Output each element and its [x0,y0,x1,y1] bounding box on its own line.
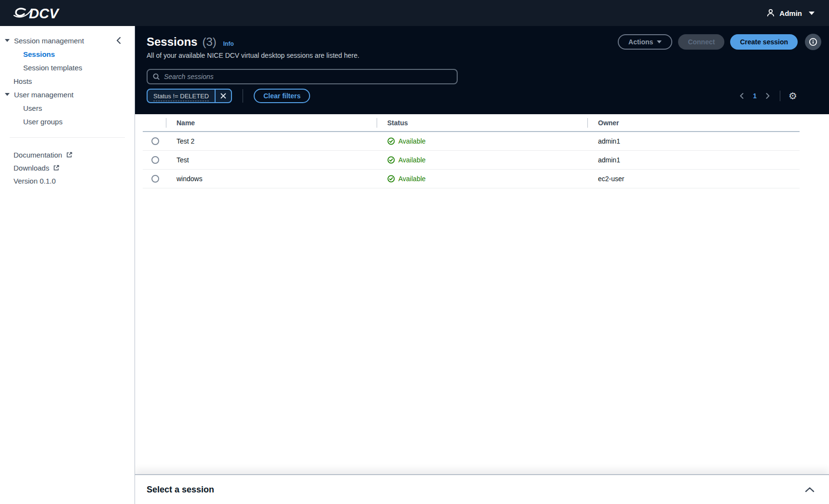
session-owner: admin1 [587,137,800,145]
actions-button[interactable]: Actions [618,34,672,50]
table-header-row: Name Status Owner [143,114,800,132]
filter-chip[interactable]: Status != DELETED [147,89,232,103]
link-label: Downloads [14,164,49,172]
external-link-icon [53,165,59,171]
session-owner: admin1 [587,156,800,164]
table-settings-button[interactable]: ⚙ [788,90,798,102]
expand-panel-button[interactable] [803,485,816,494]
session-count: (3) [202,35,216,49]
external-link-icon [66,152,72,158]
sidebar-collapse-button[interactable] [114,36,123,45]
previous-page-button[interactable] [737,91,747,101]
row-radio-button[interactable] [151,137,159,145]
downloads-link[interactable]: Downloads [0,161,135,174]
version-label: Version 0.1.0 [0,174,135,187]
create-session-button[interactable]: Create session [730,34,798,50]
row-radio-button[interactable] [151,175,159,183]
next-page-button[interactable] [763,91,773,101]
search-icon [152,73,160,80]
sessions-table: Name Status Owner Test 2 Available [135,114,829,474]
clear-filters-button[interactable]: Clear filters [254,89,310,103]
sidebar-item-label: Hosts [14,77,32,85]
filter-chip-label: Status != DELETED [148,93,215,100]
pagination-divider [780,91,780,101]
session-name: Test 2 [166,137,377,145]
sidebar: Session management Sessions Session temp… [0,26,135,504]
pagination: 1 ⚙ [737,90,798,102]
search-box[interactable] [147,69,458,84]
split-panel-title: Select a session [147,485,214,495]
actions-button-label: Actions [628,38,653,46]
page-title: Sessions [147,35,197,49]
logo-text: DCV [29,6,60,21]
sidebar-item-users[interactable]: Users [0,101,135,115]
table-row[interactable]: windows Available ec2-user [143,170,800,188]
connect-button[interactable]: Connect [678,34,724,50]
remove-filter-button[interactable] [215,90,231,102]
check-circle-icon [387,137,395,145]
dcv-console: DCV Admin Session managem [0,0,829,504]
sidebar-item-label: Sessions [23,50,55,58]
link-label: Documentation [14,151,62,159]
status-badge: Available [387,175,587,183]
info-panel-button[interactable] [805,34,821,50]
dcv-logo-icon: DCV [14,3,68,23]
caret-down-icon [657,40,662,43]
status-badge: Available [387,156,587,164]
search-input[interactable] [164,73,452,80]
chevron-up-icon [805,487,815,492]
triangle-down-icon [5,93,10,96]
row-radio-button[interactable] [151,156,159,164]
gear-icon: ⚙ [788,90,797,102]
column-header-owner[interactable]: Owner [587,119,800,127]
status-label: Available [398,137,426,145]
chevron-left-icon [739,93,745,99]
status-label: Available [398,175,426,183]
triangle-down-icon [5,39,10,42]
split-panel: Select a session [135,474,829,504]
toolbar-divider [243,89,243,103]
dcv-logo: DCV [14,3,68,23]
column-header-name[interactable]: Name [166,119,377,127]
page-subtitle: All of your available NICE DCV virtual d… [147,52,821,59]
sidebar-item-user-management[interactable]: User management [0,88,135,101]
topbar: DCV Admin [0,0,829,26]
page-number[interactable]: 1 [750,92,759,100]
sidebar-item-label: Users [23,104,42,112]
documentation-link[interactable]: Documentation [0,148,135,161]
close-icon [220,93,227,99]
sidebar-item-user-groups[interactable]: User groups [0,115,135,128]
session-name: Test [166,156,377,164]
info-link[interactable]: Info [223,40,234,47]
chevron-right-icon [765,93,771,99]
sidebar-item-hosts[interactable]: Hosts [0,74,135,88]
sidebar-item-sessions[interactable]: Sessions [0,47,135,61]
page-header: Sessions (3) Info Actions Connect Create… [135,26,829,114]
check-circle-icon [387,156,395,164]
column-header-status[interactable]: Status [377,119,587,127]
sidebar-item-label: User management [14,91,73,99]
table-row[interactable]: Test 2 Available admin1 [143,132,800,151]
info-icon [809,38,817,46]
table-row[interactable]: Test Available admin1 [143,151,800,170]
sidebar-item-label: Session templates [23,64,82,72]
sidebar-item-label: User groups [23,118,63,126]
session-name: windows [166,175,377,183]
sidebar-divider [10,137,125,138]
caret-down-icon [809,12,815,15]
session-owner: ec2-user [587,175,800,183]
check-circle-icon [387,175,395,183]
user-menu[interactable]: Admin [766,9,815,17]
sidebar-item-session-templates[interactable]: Session templates [0,61,135,74]
chevron-left-icon [115,37,122,44]
sidebar-item-label: Session management [14,37,84,45]
user-name: Admin [779,9,802,17]
main-content: Sessions (3) Info Actions Connect Create… [135,26,829,504]
status-badge: Available [387,137,587,145]
user-icon [766,9,775,17]
status-label: Available [398,156,426,164]
